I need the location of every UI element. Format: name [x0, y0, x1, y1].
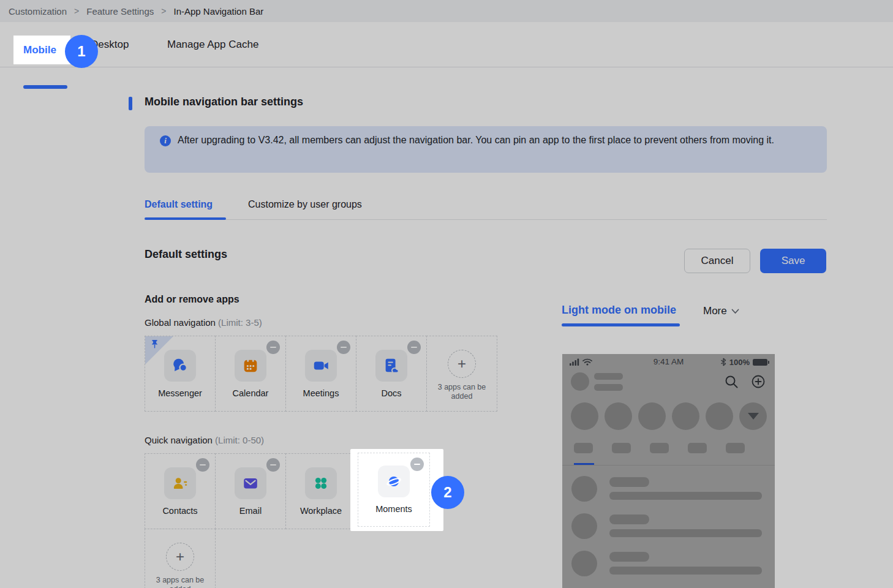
phone-user-avatar — [571, 372, 589, 391]
breadcrumb-item[interactable]: Customization — [9, 6, 67, 17]
breadcrumb-separator-icon: > — [161, 6, 166, 16]
app-tile-label: Messenger — [145, 388, 215, 398]
remove-app-button[interactable] — [337, 341, 350, 354]
add-app-label: 3 apps can be added — [145, 576, 215, 588]
phone-list-item — [562, 551, 775, 576]
save-button[interactable]: Save — [760, 249, 826, 273]
info-icon: i — [160, 135, 171, 146]
active-preview-tab-indicator — [562, 323, 680, 326]
subtab-divider — [145, 219, 827, 220]
app-tile-label: Contacts — [145, 506, 215, 516]
search-icon — [724, 374, 739, 389]
app-tile-docs[interactable]: Docs — [356, 336, 427, 412]
breadcrumb-item[interactable]: Feature Settings — [86, 6, 154, 17]
statusbar-time: 9:41 AM — [562, 356, 775, 368]
app-tile-label: Docs — [356, 388, 426, 398]
app-tile-moments[interactable]: Moments — [358, 453, 430, 527]
phone-skeleton-pill — [688, 443, 707, 453]
remove-app-button[interactable] — [196, 458, 209, 472]
breadcrumb-item-current: In-App Navigation Bar — [173, 6, 263, 17]
info-banner: i After upgrading to V3.42, all members … — [145, 126, 827, 173]
docs-cloud-icon — [375, 350, 407, 382]
add-plus-circle-icon — [751, 374, 766, 389]
add-app-icon[interactable]: + — [448, 350, 476, 378]
contacts-person-icon — [164, 467, 196, 499]
email-envelope-icon — [235, 467, 266, 499]
phone-skeleton-bar — [594, 384, 623, 391]
remove-app-button[interactable] — [407, 341, 421, 354]
top-tabbar: Mobile Desktop Manage App Cache — [0, 22, 893, 67]
app-tile-label: Calendar — [216, 388, 285, 398]
global-navigation-limit: (Limit: 3-5) — [218, 317, 262, 328]
tab-light-mode-on-mobile[interactable]: Light mode on mobile — [562, 304, 676, 317]
phone-skeleton-circle — [605, 402, 632, 430]
tutorial-step-badge-2: 2 — [431, 476, 464, 509]
active-subtab-indicator — [145, 217, 226, 220]
app-tile-meetings[interactable]: Meetings — [285, 336, 356, 412]
quick-navigation-limit: (Limit: 0-50) — [215, 435, 264, 445]
breadcrumb-separator-icon: > — [74, 6, 79, 16]
remove-app-button[interactable] — [410, 458, 424, 471]
phone-statusbar: 9:41 AM 100% — [562, 356, 775, 368]
phone-skeleton-pill — [650, 443, 669, 453]
add-app-tile-quick[interactable]: + 3 apps can be added — [145, 529, 216, 588]
global-navigation-row: Messenger Calendar Meetings — [145, 336, 497, 412]
mobile-preview-mockup: 9:41 AM 100% — [562, 354, 775, 588]
calendar-icon — [235, 350, 266, 382]
phone-skeleton-circle — [638, 402, 666, 430]
tab-mobile-highlighted[interactable]: Mobile — [13, 36, 70, 64]
active-tab-indicator — [23, 85, 67, 89]
battery-icon — [753, 359, 767, 366]
tab-manage-app-cache[interactable]: Manage App Cache — [167, 22, 258, 67]
info-banner-text: After upgrading to V3.42, all members ca… — [178, 131, 799, 149]
add-remove-apps-heading: Add or remove apps — [145, 294, 239, 305]
phone-skeleton-pill — [612, 443, 631, 453]
cancel-button[interactable]: Cancel — [684, 249, 750, 273]
phone-divider — [562, 465, 775, 466]
remove-app-button[interactable] — [266, 458, 280, 472]
app-tile-contacts[interactable]: Contacts — [145, 453, 216, 529]
tab-default-setting[interactable]: Default setting — [145, 199, 213, 210]
section-accent-bar — [129, 97, 132, 110]
moments-planet-icon — [378, 466, 410, 497]
settings-heading: Default settings — [145, 248, 227, 261]
add-app-label: 3 apps can be added — [427, 383, 497, 401]
phone-skeleton-circle — [706, 402, 733, 430]
phone-list-item — [562, 476, 775, 502]
breadcrumb: Customization > Feature Settings > In-Ap… — [0, 0, 893, 22]
phone-skeleton-pill — [574, 443, 593, 453]
app-tile-messenger[interactable]: Messenger — [145, 336, 216, 412]
app-tile-label: Moments — [358, 504, 429, 514]
dropdown-triangle-icon — [748, 413, 759, 420]
page-title: Mobile navigation bar settings — [145, 96, 303, 108]
more-dropdown[interactable]: More — [703, 305, 739, 317]
global-navigation-label: Global navigation (Limit: 3-5) — [145, 317, 262, 328]
tutorial-spotlight-mobile-tab[interactable]: Mobile — [13, 36, 70, 64]
app-tile-email[interactable]: Email — [215, 453, 286, 529]
phone-skeleton-circle — [672, 402, 699, 430]
phone-list-item — [562, 513, 775, 539]
app-tile-label: Email — [216, 506, 285, 516]
add-app-icon[interactable]: + — [166, 543, 194, 571]
video-camera-icon — [305, 350, 337, 382]
chevron-down-icon — [731, 309, 739, 314]
app-tile-workplace[interactable]: Workplace — [285, 453, 356, 529]
tutorial-spotlight-moments-tile[interactable]: Moments — [350, 449, 443, 531]
quick-navigation-label: Quick navigation (Limit: 0-50) — [145, 435, 264, 445]
add-app-tile-global[interactable]: + 3 apps can be added — [426, 336, 497, 412]
app-tile-label: Workplace — [286, 506, 356, 516]
tab-customize-by-user-groups[interactable]: Customize by user groups — [248, 199, 362, 210]
app-tile-calendar[interactable]: Calendar — [215, 336, 286, 412]
quick-navigation-row-2: + 3 apps can be added — [145, 529, 216, 588]
tutorial-step-badge-1: 1 — [65, 35, 98, 68]
phone-skeleton-pill — [726, 443, 745, 453]
phone-skeleton-bar — [594, 373, 623, 380]
phone-dropdown-circle — [739, 402, 767, 430]
pin-icon — [149, 339, 160, 350]
app-tile-label: Meetings — [286, 388, 356, 398]
phone-skeleton-circle — [571, 402, 598, 430]
remove-app-button[interactable] — [266, 341, 280, 354]
workplace-grid-icon — [305, 467, 337, 499]
